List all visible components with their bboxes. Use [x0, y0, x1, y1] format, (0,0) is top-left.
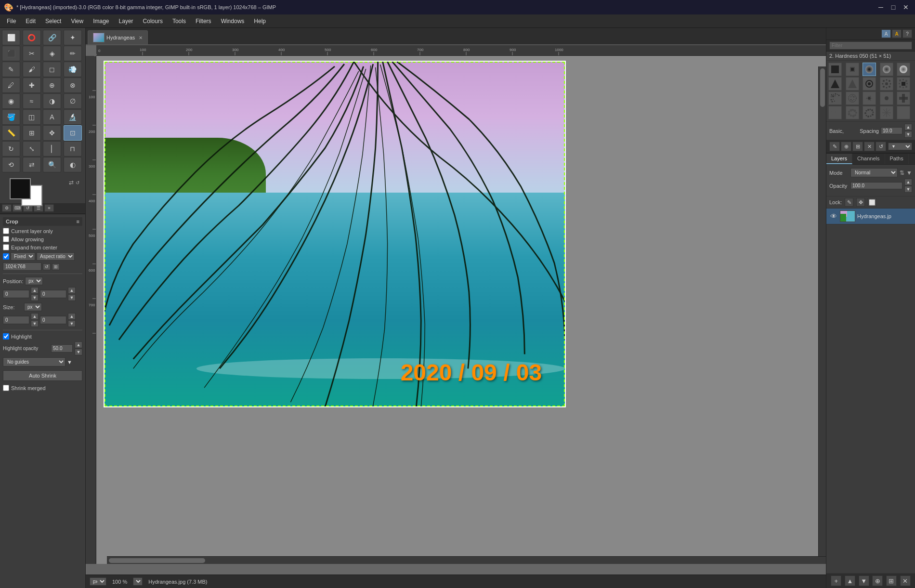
brush-view-select[interactable]: ▼: [888, 143, 912, 150]
zoom-tool-button[interactable]: 🔍: [43, 157, 61, 172]
measure-tool-button[interactable]: 📏: [2, 125, 20, 141]
rotate-tool-button[interactable]: ↻: [2, 141, 20, 157]
blend-tool-button[interactable]: ◫: [23, 109, 41, 125]
eraser-tool-button[interactable]: ◻: [43, 62, 61, 77]
brush-item-20[interactable]: [897, 106, 910, 119]
rectangle-select-tool-button[interactable]: ⬜: [2, 30, 20, 45]
panel-tab-help[interactable]: ?: [902, 29, 912, 38]
position-unit-select[interactable]: px: [25, 277, 43, 285]
expand-from-center-label[interactable]: Expand from center: [11, 245, 57, 250]
opacity-up[interactable]: ▲: [904, 179, 912, 185]
size-y-up[interactable]: ▲: [68, 313, 76, 320]
current-layer-only-checkbox[interactable]: [3, 228, 9, 234]
opacity-input[interactable]: [850, 182, 902, 189]
size-reset-button[interactable]: ↺: [43, 263, 51, 270]
layer-new-button[interactable]: +: [831, 575, 841, 586]
horizontal-scrollbar[interactable]: [107, 556, 826, 564]
aspect-ratio-select[interactable]: Aspect ratio: [37, 252, 75, 261]
position-y-down[interactable]: ▼: [68, 294, 76, 301]
paintbrush-tool-button[interactable]: 🖌: [23, 62, 41, 77]
heal-tool-button[interactable]: ✚: [23, 78, 41, 93]
size-x-up[interactable]: ▲: [31, 313, 39, 320]
lock-position-button[interactable]: ✥: [856, 198, 865, 207]
smudge-tool-button[interactable]: ≈: [23, 93, 41, 109]
tool-options-menu-icon[interactable]: ≡: [77, 219, 79, 224]
horizontal-scroll-thumb[interactable]: [109, 558, 205, 563]
transform-tool-button[interactable]: ⟲: [2, 157, 20, 172]
menu-item-file[interactable]: File: [2, 16, 21, 26]
perspective-tool-button[interactable]: ⊓: [64, 141, 82, 157]
align-tool-button[interactable]: ⊞: [23, 125, 41, 141]
brush-item-12[interactable]: [846, 91, 859, 105]
layer-merge-button[interactable]: ⊞: [886, 575, 897, 586]
menu-item-colours[interactable]: Colours: [138, 16, 168, 26]
brush-new-button[interactable]: ✎: [829, 142, 840, 151]
minimize-button[interactable]: ─: [876, 2, 886, 13]
menu-item-layer[interactable]: Layer: [114, 16, 138, 26]
layer-up-button[interactable]: ▲: [845, 575, 855, 586]
color-balance-tool-button[interactable]: ◐: [64, 157, 82, 172]
position-x-down[interactable]: ▼: [31, 294, 39, 301]
free-select-tool-button[interactable]: 🔗: [43, 30, 61, 45]
menu-item-image[interactable]: Image: [88, 16, 114, 26]
brush-item-1[interactable]: [828, 63, 842, 76]
brush-delete-button[interactable]: ✕: [864, 142, 875, 151]
brush-item-18[interactable]: [863, 106, 876, 119]
panel-tab-foreground[interactable]: A: [892, 29, 902, 38]
ellipse-select-tool-button[interactable]: ⭕: [23, 30, 41, 45]
brush-item-17[interactable]: [846, 106, 859, 119]
expand-from-center-checkbox[interactable]: [3, 244, 9, 250]
allow-growing-checkbox[interactable]: [3, 236, 9, 242]
position-y-input[interactable]: [40, 290, 66, 298]
status-zoom-select[interactable]: ▼: [133, 577, 143, 586]
position-x-input[interactable]: [3, 290, 29, 298]
flip-tool-button[interactable]: ⇄: [23, 157, 41, 172]
layer-item-hydrangeas[interactable]: 👁 Hydrangeas.jp: [826, 209, 915, 224]
scissors-tool-button[interactable]: ✂: [23, 46, 41, 61]
scale-tool-button[interactable]: ⤡: [23, 141, 41, 157]
position-x-up[interactable]: ▲: [31, 287, 39, 294]
menu-item-edit[interactable]: Edit: [21, 16, 40, 26]
layer-delete-button[interactable]: ✕: [900, 575, 911, 586]
opacity-down[interactable]: ▼: [904, 186, 912, 193]
size-x-input[interactable]: [3, 316, 29, 324]
brush-item-13[interactable]: [863, 91, 876, 105]
highlight-checkbox[interactable]: [3, 333, 9, 340]
image-tab-hydrangeas[interactable]: Hydrangeas ✕: [88, 30, 148, 44]
layer-down-button[interactable]: ▼: [859, 575, 869, 586]
auto-shrink-button[interactable]: Auto Shrink: [3, 370, 82, 381]
current-layer-only-label[interactable]: Current layer only: [11, 228, 53, 234]
dodge-burn-tool-button[interactable]: ◑: [43, 93, 61, 109]
shrink-merged-label[interactable]: Shrink merged: [11, 385, 46, 391]
vertical-scroll-thumb[interactable]: [820, 68, 825, 107]
menu-item-select[interactable]: Select: [40, 16, 66, 26]
brush-item-14[interactable]: [880, 91, 893, 105]
tab-channels[interactable]: Channels: [852, 154, 885, 164]
brush-item-9[interactable]: [880, 77, 893, 91]
paths-tool-button[interactable]: ✏: [64, 46, 82, 61]
color-picker-tool-button[interactable]: 🔬: [64, 109, 82, 125]
select-by-color-tool-button[interactable]: ⬛: [2, 46, 20, 61]
filter-input[interactable]: [829, 41, 912, 50]
pencil-tool-button[interactable]: ✎: [2, 62, 20, 77]
brush-item-7[interactable]: [846, 77, 859, 91]
tab-close-icon[interactable]: ✕: [139, 35, 143, 40]
shrink-merged-checkbox[interactable]: [3, 385, 9, 391]
menu-item-windows[interactable]: Windows: [216, 16, 249, 26]
mode-select[interactable]: Normal: [850, 168, 898, 177]
size-unit-select[interactable]: px: [24, 303, 42, 311]
bucket-fill-tool-button[interactable]: 🪣: [2, 109, 20, 125]
shear-tool-button[interactable]: ⎢: [43, 141, 61, 157]
size-copy-button[interactable]: ⊞: [52, 263, 60, 270]
brush-item-3[interactable]: [863, 63, 876, 76]
ink-tool-button[interactable]: 🖊: [2, 78, 20, 93]
reset-colors-icon[interactable]: ↺: [76, 180, 79, 185]
menu-item-filters[interactable]: Filters: [191, 16, 216, 26]
brush-item-6[interactable]: [828, 77, 842, 91]
mode-arrows-icon[interactable]: ⇅: [900, 170, 904, 176]
fixed-checkbox[interactable]: [3, 253, 9, 260]
brush-item-10[interactable]: [897, 77, 910, 91]
mode-chevron-icon[interactable]: ▼: [906, 170, 912, 176]
layer-visibility-toggle[interactable]: 👁: [829, 212, 838, 221]
tool-options-tab-device[interactable]: ⌨: [13, 204, 22, 212]
